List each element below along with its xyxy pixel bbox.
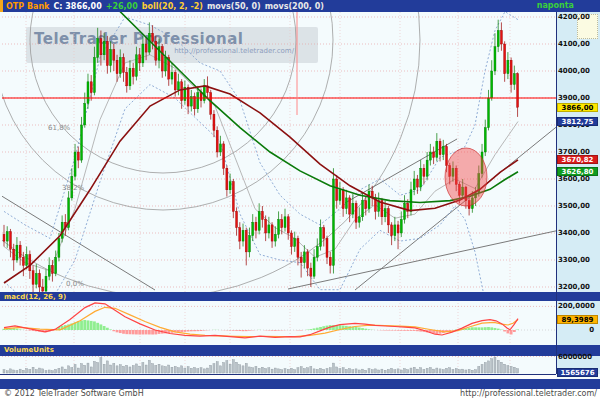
volume-bar <box>323 369 325 373</box>
volume-bar <box>510 366 512 373</box>
volume-bar <box>213 364 215 373</box>
teletrader-chart-window: OTP Bank C: 3866,00 +26,00 boll(20, 2, -… <box>0 0 600 400</box>
candle-body <box>439 141 441 155</box>
macd-histogram-bar <box>138 330 141 335</box>
volume-bar <box>64 369 66 373</box>
volume-bar <box>374 369 376 373</box>
x-axis-bar[interactable] <box>0 379 600 389</box>
candle-body <box>32 271 34 285</box>
volume-bar <box>55 369 57 373</box>
candle-body <box>420 168 422 187</box>
candle-body <box>281 220 283 228</box>
volume-bar <box>297 368 299 373</box>
macd-histogram-bar <box>309 329 312 330</box>
volume-bar <box>48 370 50 373</box>
volume-bar <box>352 370 354 373</box>
candle-body <box>507 60 509 73</box>
volume-bar <box>197 369 199 373</box>
candle-body <box>216 130 218 152</box>
candle-body <box>316 247 318 258</box>
macd-histogram-bar <box>503 330 506 331</box>
candle-body <box>261 211 263 219</box>
volume-bar <box>100 358 102 373</box>
candle-body <box>142 44 144 63</box>
candle-body <box>404 203 406 219</box>
volume-bar <box>245 363 247 373</box>
macd-histogram-bar <box>316 328 319 330</box>
volume-bar <box>271 369 273 373</box>
candle-body <box>510 60 512 84</box>
volume-bar <box>103 364 105 373</box>
candle-body <box>155 41 157 60</box>
macd-histogram-bar <box>232 330 235 331</box>
macd-histogram-bar <box>116 330 119 332</box>
volume-bar <box>139 366 141 373</box>
candle-body <box>391 225 393 236</box>
volume-bar <box>239 365 241 373</box>
fibonacci-arc <box>30 0 296 173</box>
candle-body <box>313 257 315 276</box>
candle-body <box>87 82 89 104</box>
volume-bar <box>449 368 451 373</box>
candle-body <box>174 72 176 90</box>
volume-bar <box>129 367 131 373</box>
candle-body <box>119 58 121 74</box>
candle-body <box>384 209 386 217</box>
volume-bar <box>420 368 422 373</box>
footer-url[interactable]: http://professional.teletrader.com/ <box>460 389 597 398</box>
candle-body <box>110 49 112 65</box>
volume-bar <box>51 371 53 373</box>
volume-bar <box>387 369 389 373</box>
candle-body <box>100 39 102 55</box>
candle-body <box>500 31 502 45</box>
volume-bar <box>426 368 428 373</box>
macd-histogram-bar <box>481 327 484 330</box>
macd-histogram-bar <box>100 324 103 330</box>
volume-bar <box>416 369 418 373</box>
volume-bar <box>216 362 218 373</box>
candle-body <box>387 209 389 225</box>
volume-bar <box>517 369 519 373</box>
volume-bar <box>436 368 438 373</box>
macd-histogram-bar <box>16 329 19 330</box>
volume-bar <box>200 368 202 373</box>
volume-bar <box>97 363 99 373</box>
volume-bar <box>190 368 192 373</box>
macd-histogram-bar <box>510 330 513 334</box>
candle-body <box>106 41 108 65</box>
candle-body <box>355 203 357 222</box>
volume-bar <box>255 366 257 373</box>
macd-histogram-bar <box>122 330 125 334</box>
candle-body <box>165 58 167 72</box>
candle-body <box>97 39 99 58</box>
volume-bar <box>349 369 351 373</box>
volume-bar <box>381 369 383 373</box>
candle-body <box>161 47 163 71</box>
candle-body <box>416 179 418 187</box>
candle-body <box>320 228 322 247</box>
candle-body <box>123 58 125 73</box>
macd-histogram-bar <box>400 330 403 331</box>
volume-bar <box>226 361 228 373</box>
volume-bar <box>404 369 406 373</box>
macd-zero-tick-label: 0 <box>558 326 594 334</box>
chart-canvas[interactable] <box>0 0 600 400</box>
macd-histogram-bar <box>19 329 22 330</box>
candle-body <box>116 60 118 73</box>
volume-bar <box>278 369 280 373</box>
volume-bar <box>316 369 318 373</box>
volume-bar <box>229 364 231 373</box>
volume-bar <box>274 368 276 373</box>
candle-body <box>332 179 334 265</box>
volume-bar <box>339 369 341 373</box>
macd-histogram-bar <box>187 330 190 332</box>
candle-body <box>129 68 131 86</box>
candle-body <box>22 257 24 265</box>
volume-bar <box>313 369 315 373</box>
price-tick-label: 4200,00 <box>558 13 598 21</box>
volume-bar <box>6 371 8 373</box>
volume-bar <box>500 362 502 373</box>
volume-bar <box>497 360 499 373</box>
volume-bar <box>342 368 344 373</box>
fibonacci-percent-label: 61,8% <box>48 124 70 132</box>
